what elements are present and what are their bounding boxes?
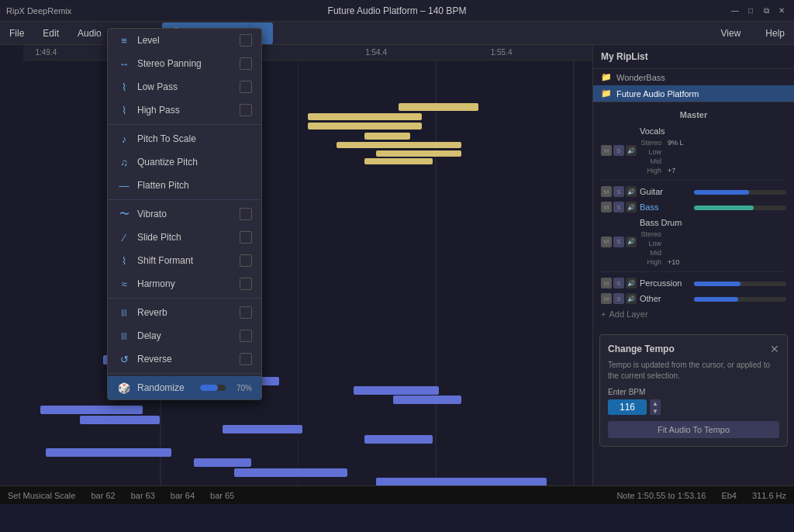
fader-bd-high-val: +10 [668, 258, 689, 266]
tempo-section: Change Tempo ✕ Tempo is updated from the… [599, 334, 788, 447]
status-note: Eb4 [721, 491, 737, 500]
menu-harmony[interactable]: ≈ Harmony [108, 272, 261, 295]
stereo-icon: ↔ [117, 57, 131, 71]
folder-icon-2: 📁 [601, 88, 612, 98]
restore-button[interactable]: ⧉ [760, 5, 772, 17]
menu-help[interactable]: Help [756, 25, 794, 42]
mixer-master-label: Master [593, 109, 794, 124]
mute-bass-drum[interactable]: M [601, 237, 612, 247]
menu-vibrato[interactable]: 〜 Vibrato [108, 202, 261, 226]
fader-track-other[interactable] [694, 297, 786, 302]
riplist-header: My RipList [593, 45, 794, 69]
solo-bass[interactable]: S [613, 202, 624, 212]
piano-roll: piano keys [0, 45, 23, 485]
channel-icon-bass-drum[interactable]: 🔊 [626, 237, 637, 247]
fader-label-mid: Mid [640, 157, 661, 165]
menu-reverb-label: Reverb [137, 307, 233, 318]
menu-stereo[interactable]: ↔ Stereo Panning [108, 52, 261, 75]
track-note [393, 396, 461, 404]
riplist-label-2: Future Audio Platform [616, 89, 699, 98]
highpass-badge [240, 104, 252, 116]
add-icon: + [601, 309, 606, 319]
highpass-icon: ⌇ [117, 103, 131, 117]
status-freq: 311.6 Hz [752, 491, 786, 500]
status-bar: Set Musical Scale bar 62 bar 63 bar 64 b… [0, 485, 794, 504]
tempo-description: Tempo is updated from the cursor, or app… [608, 360, 779, 382]
mixer-channel-vocals: M S 🔊 Vocals Stereo 9% L [593, 124, 794, 177]
menu-flatten[interactable]: — Flatten Pitch [108, 174, 261, 197]
solo-percussion[interactable]: S [613, 278, 624, 288]
riplist-item-2[interactable]: 📁 Future Audio Platform [593, 85, 794, 102]
track-note [194, 458, 250, 467]
menu-quantize-label: Quantize Pitch [137, 157, 252, 168]
lowpass-badge [240, 81, 252, 93]
menu-view[interactable]: View [712, 25, 751, 42]
menu-highpass[interactable]: ⌇ High Pass [108, 98, 261, 122]
window-title: Future Audio Platform – 140 BPM [328, 5, 467, 16]
menu-file[interactable]: File [0, 22, 33, 44]
fader-track-bass[interactable] [694, 206, 786, 210]
randomize-dropdown-menu: ≡ Level ↔ Stereo Panning ⌇ Low Pass ⌇ Hi… [107, 28, 262, 400]
menu-randomize-active[interactable]: 🎲 Randomize 70% [108, 376, 261, 399]
pitch-scale-icon: ♪ [117, 132, 131, 146]
folder-icon-1: 📁 [601, 72, 612, 82]
track-note [337, 142, 461, 148]
mute-percussion[interactable]: M [601, 278, 612, 288]
channel-icon-guitar[interactable]: 🔊 [626, 186, 637, 197]
menu-reverb[interactable]: ||| Reverb [108, 301, 261, 324]
channel-name-bass-drum: Bass Drum [640, 218, 682, 227]
solo-bass-drum[interactable]: S [613, 237, 624, 247]
channel-icon-percussion[interactable]: 🔊 [626, 278, 637, 288]
menu-delay[interactable]: ||| Delay [108, 324, 261, 347]
menu-lowpass[interactable]: ⌇ Low Pass [108, 75, 261, 98]
menu-formant[interactable]: ⌇ Shift Formant [108, 249, 261, 272]
track-note [308, 113, 422, 120]
track-note [46, 448, 171, 457]
status-bar-65: bar 65 [210, 491, 234, 500]
tempo-down-button[interactable]: ▼ [650, 407, 661, 415]
randomize-progress-value: 70% [230, 384, 252, 392]
vibrato-icon: 〜 [117, 207, 131, 221]
menu-level[interactable]: ≡ Level [108, 29, 261, 52]
menu-edit[interactable]: Edit [33, 22, 68, 44]
menu-pitch-scale[interactable]: ♪ Pitch To Scale [108, 127, 261, 150]
tempo-close-button[interactable]: ✕ [770, 343, 779, 355]
minimize-button[interactable]: — [729, 5, 741, 17]
track-note [364, 435, 433, 444]
mute-other[interactable]: M [601, 293, 612, 304]
channel-name-guitar: Guitar [640, 187, 686, 196]
menu-randomize-label: Randomize [137, 382, 189, 393]
menu-slide[interactable]: ∕ Slide Pitch [108, 226, 261, 249]
mixer-channel-percussion: M S 🔊 Percussion [593, 275, 794, 291]
solo-other[interactable]: S [613, 293, 624, 304]
channel-icon-other[interactable]: 🔊 [626, 293, 637, 304]
app-title: RipX DeepRemix [6, 6, 71, 16]
riplist-item-1[interactable]: 📁 WonderBass [593, 69, 794, 85]
fader-track-guitar[interactable] [694, 190, 786, 195]
fit-audio-button[interactable]: Fit Audio To Tempo [608, 421, 779, 438]
timeline-marker-5: 1:55.4 [491, 48, 513, 57]
menu-audio[interactable]: Audio [68, 22, 111, 44]
menu-quantize[interactable]: ♫ Quantize Pitch [108, 150, 261, 174]
level-icon: ≡ [117, 33, 131, 47]
status-scale[interactable]: Set Musical Scale [8, 491, 75, 500]
solo-guitar[interactable]: S [613, 186, 624, 197]
mute-bass[interactable]: M [601, 202, 612, 212]
close-button[interactable]: ✕ [775, 5, 788, 17]
track-note [80, 416, 160, 424]
channel-icon-vocals[interactable]: 🔊 [626, 145, 637, 156]
mute-vocals[interactable]: M [601, 145, 612, 156]
mute-guitar[interactable]: M [601, 186, 612, 197]
menu-reverse[interactable]: ↺ Reverse [108, 347, 261, 371]
add-layer-button[interactable]: + Add Layer [593, 306, 794, 322]
tempo-bpm-input[interactable] [608, 399, 647, 415]
randomize-menu-icon: 🎲 [117, 381, 131, 395]
solo-vocals[interactable]: S [613, 145, 624, 156]
maximize-button[interactable]: □ [744, 5, 757, 17]
reverse-badge [240, 353, 252, 365]
channel-icon-bass[interactable]: 🔊 [626, 202, 637, 212]
tempo-up-button[interactable]: ▲ [650, 399, 661, 407]
fader-track-percussion[interactable] [694, 282, 786, 286]
reverse-icon: ↺ [117, 352, 131, 366]
mixer-channel-other: M S 🔊 Other [593, 291, 794, 306]
